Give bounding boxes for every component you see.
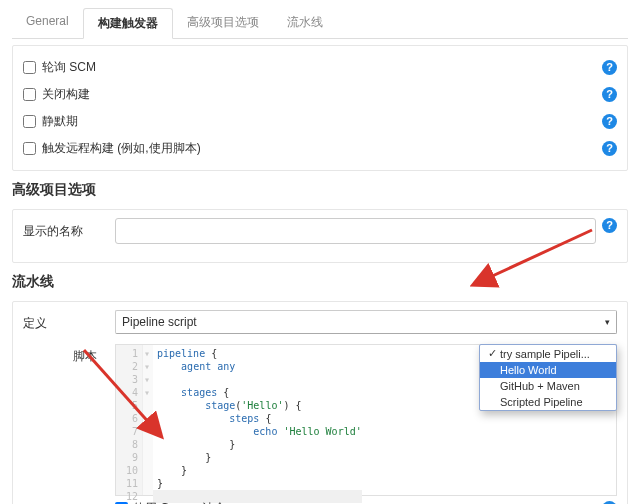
definition-row: 定义 Pipeline script ▾ [23, 310, 617, 334]
display-name-row: 显示的名称 ? [23, 218, 617, 244]
sandbox-row: 使用 Groovy 沙盒 ? [23, 500, 617, 504]
config-tabs: General 构建触发器 高级项目选项 流水线 [12, 8, 628, 39]
tab-pipeline[interactable]: 流水线 [273, 8, 337, 38]
tab-build-triggers[interactable]: 构建触发器 [83, 8, 173, 39]
script-label: 脚本 [73, 344, 115, 496]
label-poll-scm: 轮询 SCM [42, 59, 96, 76]
checkbox-quiet-period[interactable] [23, 115, 36, 128]
pipeline-title: 流水线 [12, 273, 628, 291]
help-icon[interactable]: ? [602, 114, 617, 129]
option-remote-trigger: 触发远程构建 (例如,使用脚本) ? [23, 135, 617, 162]
option-quiet-period: 静默期 ? [23, 108, 617, 135]
sample-option[interactable]: GitHub + Maven [480, 378, 616, 394]
definition-value: Pipeline script [122, 315, 197, 329]
sample-option[interactable]: Scripted Pipeline [480, 394, 616, 410]
label-groovy-sandbox: 使用 Groovy 沙盒 [133, 500, 226, 504]
sample-pipeline-dropdown[interactable]: ✓try sample Pipeli...Hello WorldGitHub +… [479, 344, 617, 411]
advanced-options-section: 高级项目选项 显示的名称 ? [12, 181, 628, 263]
help-icon[interactable]: ? [602, 141, 617, 156]
help-icon[interactable]: ? [602, 87, 617, 102]
script-row: 脚本 123456789101112▾ ▾▾▾ pipeline { agent… [23, 344, 617, 496]
chevron-down-icon: ▾ [605, 317, 610, 327]
tab-general[interactable]: General [12, 8, 83, 38]
checkbox-remote-trigger[interactable] [23, 142, 36, 155]
option-disable-build: 关闭构建 ? [23, 81, 617, 108]
sample-option[interactable]: ✓try sample Pipeli... [480, 345, 616, 362]
option-poll-scm: 轮询 SCM ? [23, 54, 617, 81]
sample-option[interactable]: Hello World [480, 362, 616, 378]
advanced-options-title: 高级项目选项 [12, 181, 628, 199]
definition-select[interactable]: Pipeline script ▾ [115, 310, 617, 334]
label-remote-trigger: 触发远程构建 (例如,使用脚本) [42, 140, 201, 157]
help-icon[interactable]: ? [602, 218, 617, 233]
display-name-input[interactable] [115, 218, 596, 244]
build-triggers-section: 轮询 SCM ? 关闭构建 ? 静默期 ? 触发远程构建 (例如,使用脚本) ? [12, 45, 628, 171]
checkbox-disable-build[interactable] [23, 88, 36, 101]
tab-advanced-options[interactable]: 高级项目选项 [173, 8, 273, 38]
definition-label: 定义 [23, 310, 115, 332]
pipeline-section: 流水线 定义 Pipeline script ▾ 脚本 123456789101… [12, 273, 628, 504]
checkbox-poll-scm[interactable] [23, 61, 36, 74]
display-name-label: 显示的名称 [23, 218, 115, 240]
help-icon[interactable]: ? [602, 60, 617, 75]
label-quiet-period: 静默期 [42, 113, 78, 130]
label-disable-build: 关闭构建 [42, 86, 90, 103]
